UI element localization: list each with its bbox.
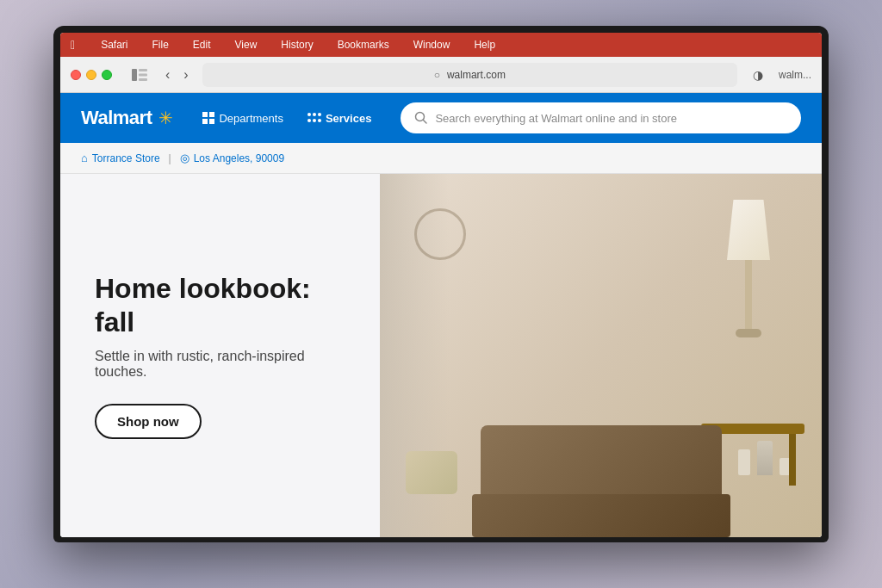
city-location-item[interactable]: ◎ Los Angeles, 90009: [180, 152, 284, 164]
furniture-scene: [380, 174, 822, 537]
search-placeholder: Search everything at Walmart online and …: [435, 112, 677, 125]
lookbook-subtitle: Settle in with rustic, ranch-inspired to…: [95, 349, 345, 380]
dots-icon: [307, 113, 321, 123]
address-bar[interactable]: ○ walmart.com: [202, 63, 737, 87]
apple-icon[interactable]: : [71, 38, 75, 52]
monitor-bezel:  Safari File Edit View History Bookmark…: [53, 26, 829, 542]
search-icon: [414, 111, 428, 125]
location-bar: ⌂ Torrance Store | ◎ Los Angeles, 90009: [60, 143, 822, 174]
couch-seat: [472, 494, 730, 537]
departments-nav-item[interactable]: Departments: [197, 108, 288, 128]
back-button[interactable]: ‹: [160, 65, 175, 84]
location-separator: |: [169, 152, 171, 164]
lamp-base: [745, 260, 752, 329]
menu-safari[interactable]: Safari: [96, 37, 133, 53]
svg-rect-1: [139, 69, 147, 71]
nav-buttons: ‹ ›: [160, 65, 194, 84]
wall-decor: [414, 208, 466, 260]
walmart-wordmark: Walmart: [81, 107, 152, 129]
lamp-decoration: [727, 200, 770, 337]
pin-icon: ◎: [180, 152, 189, 164]
macos-menubar:  Safari File Edit View History Bookmark…: [60, 33, 822, 57]
minimize-button[interactable]: [86, 70, 96, 80]
svg-line-5: [424, 121, 427, 124]
user-label: walm...: [779, 69, 811, 81]
departments-label: Departments: [219, 112, 283, 125]
lamp-foot: [736, 329, 761, 337]
svg-rect-3: [139, 78, 147, 81]
walmart-spark-icon: ✳: [158, 108, 173, 128]
pillow-decoration: [406, 451, 457, 494]
menu-help[interactable]: Help: [469, 37, 500, 53]
sidebar-toggle-button[interactable]: [127, 66, 152, 84]
hero-image-section: [380, 174, 822, 537]
store-icon: ⌂: [81, 152, 88, 164]
traffic-lights: [71, 70, 112, 80]
safari-toolbar: ‹ › ○ walmart.com ◑ walm...: [60, 57, 822, 93]
monitor-screen:  Safari File Edit View History Bookmark…: [60, 33, 822, 537]
monitor-wrapper:  Safari File Edit View History Bookmark…: [0, 0, 882, 588]
close-button[interactable]: [71, 70, 81, 80]
forward-button[interactable]: ›: [178, 65, 193, 84]
menu-bookmarks[interactable]: Bookmarks: [332, 37, 394, 53]
theme-icon: ◑: [753, 68, 763, 82]
menu-edit[interactable]: Edit: [188, 37, 216, 53]
menu-history[interactable]: History: [276, 37, 318, 53]
header-nav: Departments Services: [197, 108, 376, 128]
menu-view[interactable]: View: [230, 37, 263, 53]
lock-icon: ○: [434, 69, 440, 81]
menu-file[interactable]: File: [146, 37, 173, 53]
safari-right-controls: walm...: [779, 69, 811, 81]
menu-window[interactable]: Window: [408, 37, 456, 53]
theme-toggle-button[interactable]: ◑: [746, 63, 770, 87]
couch-decoration: [380, 425, 822, 537]
store-name: Torrance Store: [92, 152, 160, 164]
hero-text-section: Home lookbook: fall Settle in with rusti…: [60, 174, 380, 537]
main-content: Home lookbook: fall Settle in with rusti…: [60, 174, 822, 537]
shop-now-button[interactable]: Shop now: [95, 404, 202, 439]
lamp-shade: [727, 200, 770, 260]
fullscreen-button[interactable]: [102, 70, 112, 80]
svg-rect-0: [132, 69, 137, 81]
city-name: Los Angeles, 90009: [194, 152, 284, 164]
grid-icon: [202, 112, 214, 124]
lookbook-title: Home lookbook: fall: [95, 272, 345, 338]
services-nav-item[interactable]: Services: [302, 108, 377, 128]
url-text: walmart.com: [447, 69, 506, 81]
walmart-header: Walmart ✳ Departments: [60, 93, 822, 143]
walmart-logo[interactable]: Walmart ✳: [81, 107, 173, 129]
services-label: Services: [326, 112, 372, 125]
search-bar[interactable]: Search everything at Walmart online and …: [401, 102, 801, 133]
store-location-item[interactable]: ⌂ Torrance Store: [81, 152, 160, 164]
svg-rect-2: [139, 73, 147, 76]
couch-back: [481, 425, 722, 494]
